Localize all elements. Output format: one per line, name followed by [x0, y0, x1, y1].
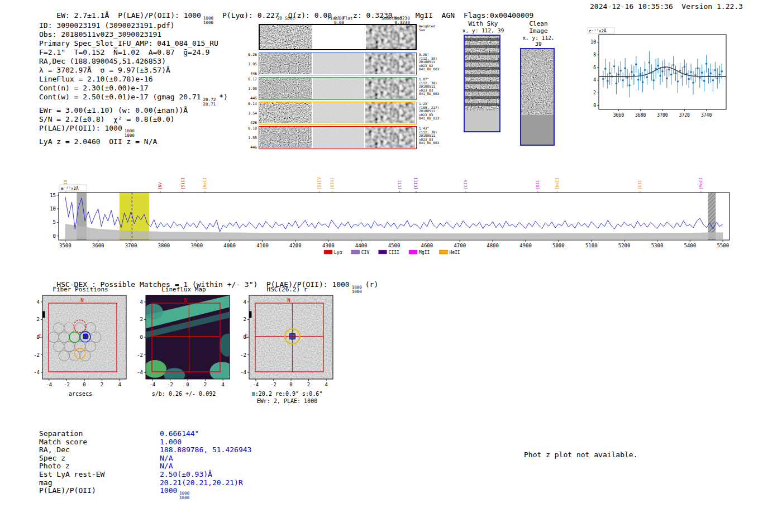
- north-label: N: [80, 298, 83, 303]
- sky-stripe: [465, 89, 500, 92]
- cutout-row-annotation: WeightedSum: [419, 25, 435, 32]
- lineflux-line: LineFlux = 2.10(±0.78)e-16: [39, 75, 228, 84]
- x-tick-label: 3900: [190, 243, 203, 248]
- x-tick-label: 2: [101, 382, 103, 387]
- data-point: [701, 71, 703, 74]
- match-table-row: Match score1.000: [39, 438, 251, 447]
- hsc-cutout-plot: -4-4-2-2002244NE: [238, 294, 336, 390]
- scale-value: 0.10: [248, 126, 257, 131]
- legend-swatch: [439, 250, 447, 254]
- x-tick-label: 4000: [223, 243, 236, 248]
- legend-swatch: [409, 250, 417, 254]
- x-tick-label: 4800: [487, 243, 499, 248]
- clean-image-panel: Clean Image x, y: 112, 39: [518, 20, 559, 146]
- sky-stripe: [465, 52, 500, 55]
- match-table-row: Est LyA rest-EW2.50(±0.93)Å: [39, 471, 251, 479]
- fiber-positions-panel: Fiber Positions -4-4-2-2002244NE arcsecs: [31, 286, 130, 406]
- x-tick-label: 3660: [613, 113, 624, 118]
- data-point: [677, 80, 679, 83]
- emission-line-label: {OII: [535, 180, 540, 190]
- emission-line-label: {SiIV: [317, 177, 322, 190]
- lineflux-map-plot: -4-4-2-2002244N: [135, 294, 233, 390]
- legend-label: MgII: [419, 250, 430, 255]
- y-tick-label: -2: [137, 352, 143, 358]
- y-tick-label: -4: [34, 370, 40, 375]
- data-point: [602, 78, 604, 80]
- match-table-row: Separation0.666144": [39, 430, 251, 438]
- data-point: [697, 67, 699, 69]
- data-point: [657, 65, 659, 67]
- y-tick-label: 4: [140, 299, 143, 305]
- sky-stripe: [465, 45, 500, 48]
- y-tick-label: -4: [137, 370, 143, 375]
- data-point: [670, 74, 673, 76]
- flux-blob: [144, 360, 166, 378]
- with-sky-xy: x, y: 112, 39: [461, 27, 505, 33]
- flags-value: Flags:0x00400009: [464, 11, 533, 20]
- match-field-value: 20.21(20.21,20.21)R: [160, 478, 243, 487]
- noise-texture: [260, 25, 312, 49]
- x-tick-label: -2: [167, 382, 173, 387]
- x-tick-label: 3720: [679, 113, 690, 118]
- match-table-row: RA, Dec188.889786, 51.426943: [39, 446, 251, 454]
- with-sky-panel: With Sky x, y: 112, 39: [461, 20, 505, 132]
- sky-stripe: [465, 38, 500, 41]
- data-point: [616, 83, 618, 85]
- panel-content: [144, 295, 233, 382]
- data-point: [640, 73, 642, 75]
- noise-texture: [259, 78, 312, 99]
- y-tick-label: 8: [593, 52, 596, 57]
- data-point: [646, 76, 649, 78]
- noise-texture: [313, 102, 364, 123]
- y-tick-label: 2: [37, 317, 40, 322]
- data-point: [673, 64, 675, 66]
- y-tick-label: 4: [37, 299, 40, 305]
- x-tick-label: 3500: [59, 243, 71, 248]
- north-label: N: [184, 298, 187, 303]
- data-point: [631, 71, 633, 73]
- smoothed-image: [365, 53, 415, 74]
- sky-stripe: [465, 103, 500, 106]
- pixel-flat-image: [313, 78, 364, 99]
- cont-n-line: Cont(n) = 2.30(±0.00)e-17: [39, 84, 228, 93]
- data-point: [628, 84, 631, 87]
- data-point: [705, 63, 708, 65]
- x-tick-label: -2: [64, 382, 70, 387]
- with-sky-image: [464, 35, 500, 132]
- sky-stripe: [465, 67, 500, 70]
- gmag-range: 20.7220.71: [203, 98, 216, 106]
- cutout-row-images: [259, 24, 417, 50]
- match-field-label: mag: [39, 479, 160, 487]
- catalog-match-table: Separation0.666144"Match score1.000RA, D…: [39, 430, 251, 500]
- lineflux-map-panel: Lineflux Map -4-4-2-2002244N s/b: 0.26 +…: [135, 286, 233, 406]
- y-axis-label: e⁻¹⁷x2Å: [61, 186, 79, 191]
- data-point: [652, 79, 655, 82]
- sky-bottom-fill: [465, 111, 500, 132]
- noise-texture: [313, 127, 364, 148]
- fiber-xlabel: arcsecs: [31, 391, 130, 397]
- scale-value: 446: [250, 71, 257, 76]
- cutout-row-images: [259, 102, 417, 124]
- x-tick-label: -2: [270, 382, 276, 387]
- sky-stripe: [465, 96, 500, 99]
- twod-spec-image: [259, 53, 312, 74]
- data-point: [609, 72, 611, 74]
- twod-spec-image: [259, 127, 312, 148]
- x-tick-label: 4: [118, 382, 121, 387]
- y-tick-label: -2: [240, 352, 246, 358]
- legend-label: Lyα: [334, 250, 342, 255]
- x-tick-label: 4300: [322, 243, 335, 248]
- x-tick-label: 3680: [635, 113, 646, 118]
- clean-bottom-fill: [521, 115, 555, 146]
- y-tick-label: 2: [593, 90, 596, 95]
- x-tick-label: -4: [149, 382, 155, 387]
- scale-value: 426: [250, 121, 257, 125]
- x-tick-label: 3700: [657, 113, 667, 118]
- x-tick-label: 4400: [355, 243, 368, 248]
- x-tick-label: 3740: [701, 113, 712, 118]
- legend-swatch: [379, 250, 387, 254]
- panel-content: [245, 295, 333, 379]
- data-point: [688, 78, 690, 80]
- emission-line-label: {SiII: [180, 177, 185, 190]
- data-point: [637, 79, 640, 81]
